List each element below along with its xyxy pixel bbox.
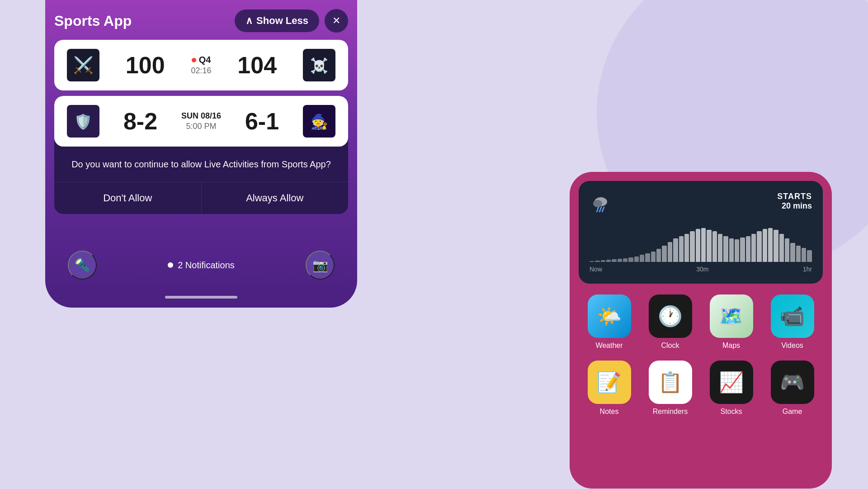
- app-grid-row2: 📝 Notes 📋 Reminders 📈 Stocks 🎮 Game: [579, 357, 823, 419]
- phone-right: STARTS 20 mins Now 30m 1hr 🌤️ Weather 🕐 …: [570, 172, 832, 489]
- weather-app-label: Weather: [595, 342, 623, 350]
- reminders-app-label: Reminders: [653, 408, 688, 416]
- game1-score-card: ⚔️ 100 Q4 02:16 104 ☠️: [54, 40, 348, 90]
- svg-line-12: [602, 207, 604, 212]
- svg-text:🛡️: 🛡️: [74, 113, 92, 130]
- dont-allow-button[interactable]: Don't Allow: [54, 182, 202, 214]
- chart-bar: [735, 239, 739, 262]
- chart-bar: [701, 228, 706, 262]
- svg-text:🧙: 🧙: [310, 113, 328, 130]
- weather-widget[interactable]: STARTS 20 mins Now 30m 1hr: [579, 181, 823, 284]
- app-notes[interactable]: 📝 Notes: [582, 361, 636, 416]
- chart-bar: [802, 248, 806, 262]
- videos-app-icon: 📹: [771, 294, 814, 338]
- show-less-button[interactable]: ∧ Show Less: [235, 9, 319, 32]
- weather-header: STARTS 20 mins: [590, 192, 812, 218]
- permission-card: 🛡️ 8-2 SUN 08/16 5:00 PM 6-1 🧙 Do you wa…: [54, 96, 348, 214]
- header-buttons: ∧ Show Less ✕: [235, 9, 348, 33]
- game-app-label: Game: [783, 408, 802, 416]
- chart-bar: [640, 255, 644, 262]
- chart-bar: [807, 250, 811, 262]
- app-clock[interactable]: 🕐 Clock: [643, 294, 697, 350]
- flashlight-icon: 🔦: [75, 258, 90, 273]
- game-app-emoji: 🎮: [780, 370, 805, 394]
- game2-team2-score: 6-1: [245, 108, 279, 135]
- chart-bar: [662, 246, 666, 262]
- chart-label-now: Now: [590, 266, 602, 273]
- chart-bar: [740, 237, 745, 262]
- team4-logo: 🧙: [303, 105, 335, 138]
- svg-text:⚔️: ⚔️: [73, 55, 94, 75]
- permission-message: Do you want to continue to allow Live Ac…: [54, 147, 348, 182]
- game1-status: Q4: [192, 55, 211, 65]
- chart-bar: [656, 249, 661, 262]
- game1-team1-score: 100: [126, 52, 165, 79]
- live-indicator: [192, 58, 196, 62]
- clock-app-label: Clock: [661, 342, 679, 350]
- permission-buttons: Don't Allow Always Allow: [54, 182, 348, 214]
- app-stocks[interactable]: 📈 Stocks: [704, 361, 758, 416]
- chart-bar: [785, 238, 789, 262]
- chart-bar: [618, 259, 622, 262]
- camera-button[interactable]: 📷: [306, 251, 335, 280]
- app-title: Sports App: [54, 13, 132, 29]
- permission-text-content: Do you want to continue to allow Live Ac…: [71, 159, 331, 169]
- chart-bar: [712, 231, 717, 262]
- maps-app-label: Maps: [722, 342, 740, 350]
- svg-text:☠️: ☠️: [310, 57, 328, 74]
- phone-bottom-bar: 🔦 2 Notifications 📷: [54, 243, 348, 287]
- clock-app-icon: 🕐: [649, 294, 692, 338]
- chart-bar: [779, 234, 784, 262]
- chart-bar: [763, 229, 767, 262]
- chart-label-30m: 30m: [696, 266, 708, 273]
- chart-bar: [774, 230, 778, 262]
- close-button[interactable]: ✕: [325, 9, 348, 33]
- game2-score-card: 🛡️ 8-2 SUN 08/16 5:00 PM 6-1 🧙: [54, 96, 348, 147]
- chart-bar: [690, 231, 694, 262]
- game2-date: SUN 08/16: [181, 111, 221, 121]
- starts-time: 20 mins: [777, 201, 812, 211]
- app-reminders[interactable]: 📋 Reminders: [643, 361, 697, 416]
- app-videos[interactable]: 📹 Videos: [765, 294, 819, 350]
- game1-info: Q4 02:16: [191, 55, 211, 76]
- videos-app-emoji: 📹: [780, 304, 805, 328]
- chevron-up-icon: ∧: [245, 15, 253, 27]
- stocks-app-emoji: 📈: [719, 370, 744, 394]
- chart-bar: [696, 229, 700, 262]
- chart-bar: [729, 238, 734, 262]
- clock-app-emoji: 🕐: [658, 304, 683, 328]
- weather-icon: [590, 192, 612, 218]
- chart-bar: [645, 253, 650, 262]
- notifications-indicator: 2 Notifications: [168, 260, 235, 271]
- flashlight-button[interactable]: 🔦: [68, 251, 97, 280]
- chart-bar: [718, 234, 722, 262]
- game1-time: 02:16: [191, 66, 211, 76]
- starts-label: STARTS: [777, 192, 812, 201]
- always-allow-button[interactable]: Always Allow: [202, 182, 349, 214]
- chart-bar: [746, 236, 750, 262]
- svg-line-11: [599, 207, 601, 212]
- chart-bar: [590, 261, 594, 262]
- notes-app-icon: 📝: [588, 361, 631, 404]
- camera-icon: 📷: [312, 258, 328, 273]
- app-weather[interactable]: 🌤️ Weather: [582, 294, 636, 350]
- chart-bar: [634, 256, 639, 262]
- close-icon: ✕: [332, 15, 340, 27]
- chart-bar: [757, 231, 761, 262]
- precipitation-chart: [590, 226, 812, 262]
- stocks-app-label: Stocks: [720, 408, 742, 416]
- app-game[interactable]: 🎮 Game: [765, 361, 819, 416]
- phone-header: Sports App ∧ Show Less ✕: [54, 9, 348, 33]
- maps-app-emoji: 🗺️: [719, 304, 744, 328]
- chart-bar: [601, 260, 605, 262]
- notes-app-emoji: 📝: [597, 370, 622, 394]
- team2-logo: ☠️: [303, 49, 335, 81]
- reminders-app-emoji: 📋: [658, 370, 683, 394]
- show-less-label: Show Less: [256, 15, 308, 27]
- app-maps[interactable]: 🗺️ Maps: [704, 294, 758, 350]
- weather-app-icon: 🌤️: [588, 294, 631, 338]
- stocks-app-icon: 📈: [710, 361, 753, 404]
- notification-dot: [168, 262, 173, 268]
- app-grid-row1: 🌤️ Weather 🕐 Clock 🗺️ Maps 📹 Videos: [579, 291, 823, 353]
- phone-left: Sports App ∧ Show Less ✕ ⚔️ 100 Q4 02:16: [45, 0, 357, 308]
